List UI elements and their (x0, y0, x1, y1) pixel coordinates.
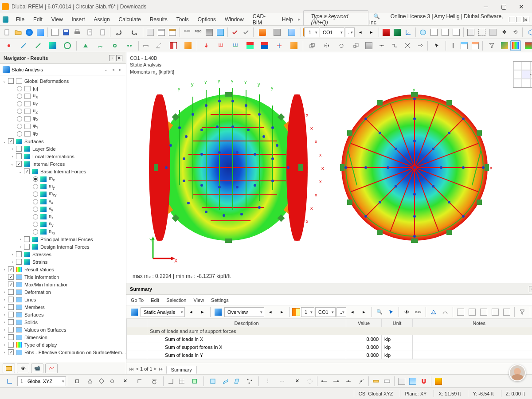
node-local-def[interactable]: Local Deformations (32, 154, 74, 159)
summary-next2-icon[interactable]: ▸ (277, 307, 287, 317)
node-lines[interactable]: Lines (24, 297, 36, 302)
node-solids[interactable]: Solids (24, 320, 38, 325)
divide-icon[interactable] (375, 40, 389, 51)
summary-overview-combo[interactable]: Overview (224, 307, 264, 317)
block-mgr-icon[interactable] (24, 27, 35, 38)
global-axes-icon[interactable] (403, 27, 414, 38)
free-load-icon[interactable] (258, 40, 272, 51)
summary-view[interactable]: View (193, 297, 204, 303)
measure-icon[interactable] (371, 376, 381, 387)
addon-cube-icon[interactable] (285, 27, 299, 38)
summary-filter-icon[interactable] (517, 307, 528, 317)
move-copy-icon[interactable] (305, 40, 319, 51)
refresh-report-icon[interactable] (98, 27, 108, 38)
diagram-1-icon[interactable] (459, 40, 469, 51)
snap-center-icon[interactable] (96, 376, 106, 387)
license-info[interactable]: 🔍Online License 3 | Amy Heilig | Dlubal … (369, 13, 505, 26)
section-lib-icon[interactable] (215, 27, 226, 38)
zoom-all-icon[interactable] (466, 27, 476, 38)
line-load-icon[interactable] (214, 40, 228, 51)
section-view-icon[interactable] (448, 40, 458, 51)
summary-tab[interactable]: Summary (166, 366, 197, 374)
bg-image-icon[interactable] (407, 376, 418, 387)
filter-icon[interactable] (485, 40, 499, 51)
connect-icon[interactable] (389, 40, 400, 51)
section-cut-icon[interactable] (166, 40, 180, 51)
summary-lc-dots[interactable]: .. (336, 307, 346, 317)
node-surfaces[interactable]: Surfaces (24, 139, 43, 144)
node-pif[interactable]: Principal Internal Forces (40, 237, 93, 242)
menu-help[interactable]: Help (278, 15, 297, 24)
zoom-window-icon[interactable] (477, 27, 487, 38)
extrude-icon[interactable] (364, 40, 374, 51)
select-icon[interactable] (430, 40, 444, 51)
node-maxmin[interactable]: Max/Min Information (24, 282, 69, 287)
view-y-icon[interactable] (440, 27, 450, 38)
show-results-icon[interactable] (392, 27, 403, 38)
page-next-icon[interactable]: ▸ (154, 366, 157, 372)
snap-node-icon[interactable] (107, 376, 117, 387)
panel-close-icon[interactable]: ✕ (116, 55, 122, 61)
units-icon[interactable]: x.xx (182, 27, 192, 38)
node-icon[interactable] (2, 40, 16, 51)
summary-lc-prev-icon[interactable]: ◂ (347, 307, 358, 317)
member-load-icon[interactable] (228, 40, 243, 51)
summary-support-icon[interactable] (428, 307, 439, 317)
lc-label[interactable]: CO1 (320, 27, 344, 37)
workplane-xy-icon[interactable] (206, 376, 220, 387)
lc-prev-icon[interactable]: ◂ (355, 27, 366, 38)
menu-file[interactable]: File (12, 15, 28, 24)
lc-next-icon[interactable]: ▸ (366, 27, 377, 38)
navfoot-eye-icon[interactable]: 👁 (17, 364, 29, 373)
table-row[interactable]: Sum of support forces in X0.000kip (127, 343, 532, 351)
menu-edit[interactable]: Edit (29, 15, 47, 24)
undo-icon[interactable] (112, 27, 126, 38)
snap-perp-icon[interactable] (133, 376, 147, 387)
summary-pin-icon[interactable]: ▫ (529, 286, 532, 292)
summary-next1-icon[interactable]: ▸ (197, 307, 208, 317)
scale-tool-icon[interactable] (349, 40, 363, 51)
summary-grid5-icon[interactable] (501, 307, 512, 317)
summary-analysis-combo[interactable]: Static Analysis (141, 307, 185, 317)
guide-circle-icon[interactable] (305, 376, 315, 387)
menu-options[interactable]: Options (194, 15, 220, 24)
save-icon[interactable] (61, 27, 71, 38)
load-wizard-icon[interactable] (287, 40, 301, 51)
workplane-3p-icon[interactable] (243, 376, 257, 387)
node-vy[interactable]: vy (49, 206, 53, 212)
print-icon[interactable] (72, 27, 82, 38)
summary-units-icon[interactable]: x.xx (413, 307, 423, 317)
zoom-prev-icon[interactable] (488, 27, 498, 38)
surface-icon[interactable] (46, 40, 60, 51)
results-table-icon[interactable] (167, 27, 178, 38)
extend-icon[interactable] (415, 40, 426, 51)
menu-insert[interactable]: Insert (68, 15, 89, 24)
node-phiy[interactable]: φY (33, 123, 39, 129)
guide1-icon[interactable] (261, 376, 275, 387)
mirror-icon[interactable] (320, 40, 334, 51)
imposed-def-icon[interactable] (272, 40, 286, 51)
node-deformation[interactable]: Deformation (24, 289, 51, 295)
window-list-icon[interactable] (50, 27, 60, 38)
node-vx[interactable]: vx (49, 198, 53, 205)
cs-icon[interactable] (3, 376, 17, 387)
node-layer-side[interactable]: Layer Side (32, 146, 56, 152)
summary-lc-label[interactable]: CO1 (315, 307, 336, 317)
node-result-values[interactable]: Result Values (24, 267, 54, 272)
table-row[interactable]: Sum of loads in Y0.000kip (127, 351, 532, 359)
line-snap4-icon[interactable] (356, 376, 367, 387)
addon-steel-icon[interactable] (255, 27, 270, 38)
summary-grid4-icon[interactable] (490, 307, 501, 317)
doc-min-icon[interactable] (509, 17, 515, 22)
node-dif[interactable]: Design Internal Forces (40, 244, 90, 250)
menu-results[interactable]: Results (146, 15, 172, 24)
print-report-icon[interactable] (83, 27, 97, 38)
coord-input-icon[interactable] (382, 376, 392, 387)
lc-number[interactable]: 1 (304, 27, 319, 37)
dim-angle-icon[interactable] (152, 40, 166, 51)
visibility-1-icon[interactable] (499, 40, 510, 51)
lc-dots[interactable]: .. (345, 27, 355, 37)
node-nxy[interactable]: nxy (49, 228, 55, 235)
view-x-icon[interactable] (429, 27, 439, 38)
node-mxy[interactable]: mxy (49, 191, 56, 197)
